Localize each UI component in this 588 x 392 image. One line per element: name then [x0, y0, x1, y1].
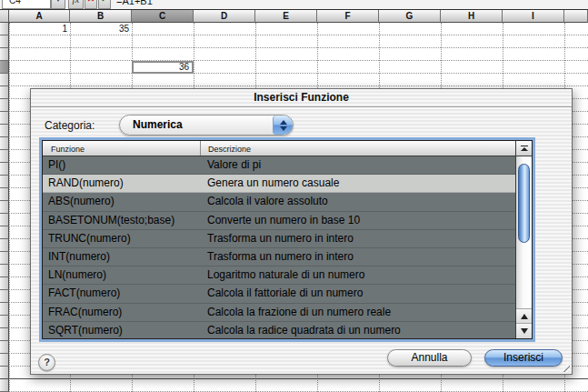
- scrollbar-thumb[interactable]: [518, 164, 530, 243]
- function-list-row[interactable]: INT(numero)Trasforma un numero in intero: [43, 248, 515, 266]
- column-header-f[interactable]: F: [317, 10, 379, 23]
- category-popup[interactable]: Numerica: [119, 115, 294, 136]
- cell-b1[interactable]: 35: [70, 23, 132, 35]
- row-header-1[interactable]: [0, 23, 9, 35]
- column-header-b[interactable]: B: [70, 10, 132, 23]
- selected-cell-c4[interactable]: 36: [132, 61, 194, 74]
- app-window: C4 ▼ fx ✕ ✓ =A1+B1 ABCDEFGHI 13536 Inser…: [0, 0, 588, 392]
- row-header-3[interactable]: [0, 48, 9, 61]
- column-header-h[interactable]: H: [441, 10, 503, 23]
- function-name: LN(numero): [43, 266, 201, 284]
- function-name: PI(): [43, 156, 201, 174]
- accept-entry-icon[interactable]: ✓: [98, 0, 111, 9]
- column-header-d[interactable]: D: [194, 10, 255, 23]
- column-header-funzione[interactable]: Funzione: [43, 141, 201, 156]
- row-header-29[interactable]: [0, 379, 9, 392]
- function-description: Converte un numero in base 10: [201, 212, 515, 229]
- function-list-row[interactable]: LN(numero)Logaritmo naturale di un numer…: [43, 266, 515, 285]
- column-header-i[interactable]: I: [503, 10, 564, 23]
- sort-icon: [521, 146, 528, 146]
- column-header-a[interactable]: A: [9, 10, 70, 23]
- cancel-button[interactable]: Annulla: [387, 349, 472, 367]
- row-header-8[interactable]: [0, 112, 9, 125]
- row-header-10[interactable]: [0, 137, 9, 150]
- row-header-13[interactable]: [0, 176, 9, 188]
- function-description: Calcola la frazione di un numero reale: [201, 304, 515, 321]
- sort-order-button[interactable]: [515, 141, 532, 156]
- column-header-c[interactable]: C: [132, 10, 194, 23]
- scroll-up-icon: [521, 314, 528, 319]
- function-name: FACT(numero): [43, 285, 201, 302]
- row-header-22[interactable]: [0, 290, 9, 303]
- grid-row-line: [9, 61, 588, 74]
- function-name: SQRT(numero): [43, 322, 201, 338]
- column-header-partial[interactable]: [564, 10, 588, 23]
- function-list-row[interactable]: FRAC(numero)Calcola la frazione di un nu…: [43, 304, 515, 322]
- grid-column-line: [9, 23, 10, 392]
- popup-stepper-icon[interactable]: [273, 116, 293, 135]
- function-list-header: Funzione Descrizione: [43, 141, 532, 156]
- function-list[interactable]: PI()Valore di piRAND(numero)Genera un nu…: [43, 156, 515, 338]
- row-header-27[interactable]: [0, 354, 9, 367]
- row-header-9[interactable]: [0, 125, 9, 137]
- function-list-row[interactable]: RAND(numero)Genera un numero casuale: [43, 175, 515, 193]
- row-header-15[interactable]: [0, 201, 9, 214]
- function-list-row[interactable]: FACT(numero)Calcola il fattoriale di un …: [43, 285, 515, 303]
- function-name: FRAC(numero): [43, 304, 201, 321]
- row-header-25[interactable]: [0, 328, 9, 341]
- row-header-24[interactable]: [0, 316, 9, 328]
- function-name: ABS(numero): [43, 193, 201, 210]
- function-list-row[interactable]: ABS(numero)Calcola il valore assoluto: [43, 193, 515, 211]
- row-header-5[interactable]: [0, 74, 9, 86]
- function-name: INT(numero): [43, 248, 201, 266]
- insert-button[interactable]: Inserisci: [484, 349, 563, 367]
- row-header-11[interactable]: [0, 150, 9, 163]
- row-header-6[interactable]: [0, 86, 9, 99]
- function-description: Calcola la radice quadrata di un numero: [201, 322, 515, 338]
- cancel-entry-icon[interactable]: ✕: [85, 0, 97, 9]
- row-header-28[interactable]: [0, 367, 9, 379]
- formula-input[interactable]: =A1+B1: [116, 0, 153, 9]
- row-header-12[interactable]: [0, 163, 9, 176]
- column-header-descrizione[interactable]: Descrizione: [201, 141, 515, 156]
- arrow-up-icon: [280, 120, 287, 125]
- help-button[interactable]: ?: [38, 354, 55, 371]
- function-name: TRUNC(numero): [43, 230, 201, 247]
- function-list-row[interactable]: BASETONUM(testo;base)Converte un numero …: [43, 212, 515, 230]
- column-header-g[interactable]: G: [379, 10, 441, 23]
- formula-bar: C4 ▼ fx ✕ ✓ =A1+B1: [0, 0, 588, 10]
- row-header-19[interactable]: [0, 252, 9, 265]
- row-header-26[interactable]: [0, 341, 9, 354]
- list-scrollbar[interactable]: [515, 156, 532, 338]
- function-description: Trasforma un numero in intero: [201, 248, 515, 266]
- function-name: BASETONUM(testo;base): [43, 212, 201, 229]
- function-list-row[interactable]: SQRT(numero)Calcola la radice quadrata d…: [43, 322, 515, 338]
- row-header-20[interactable]: [0, 265, 9, 277]
- function-description: Genera un numero casuale: [201, 175, 515, 192]
- row-header-4[interactable]: [0, 61, 9, 74]
- row-header-16[interactable]: [0, 214, 9, 226]
- scroll-down-icon: [521, 328, 528, 334]
- cell-reference[interactable]: C4: [2, 0, 51, 9]
- category-value: Numerica: [133, 116, 183, 135]
- scroll-down-button[interactable]: [516, 323, 532, 338]
- function-description: Calcola il fattoriale di un numero: [201, 285, 515, 302]
- function-description: Logaritmo naturale di un numero: [201, 266, 515, 284]
- row-header-7[interactable]: [0, 99, 9, 112]
- row-header-18[interactable]: [0, 239, 9, 252]
- row-header-21[interactable]: [0, 277, 9, 290]
- column-header-e[interactable]: E: [255, 10, 317, 23]
- function-list-row[interactable]: TRUNC(numero)Trasforma un numero in inte…: [43, 230, 515, 248]
- function-list-row[interactable]: PI()Valore di pi: [43, 156, 515, 175]
- arrow-down-icon: [280, 126, 287, 131]
- fx-function-button[interactable]: fx: [68, 0, 84, 9]
- row-header-23[interactable]: [0, 303, 9, 316]
- scroll-up-button[interactable]: [516, 308, 532, 324]
- cell-a1[interactable]: 1: [9, 23, 70, 35]
- row-header-2[interactable]: [0, 35, 9, 48]
- row-header-14[interactable]: [0, 188, 9, 201]
- row-header-17[interactable]: [0, 226, 9, 239]
- category-label: Categoria:: [45, 119, 95, 132]
- sheet-corner[interactable]: [0, 10, 9, 23]
- chevron-down-icon[interactable]: ▼: [51, 0, 65, 9]
